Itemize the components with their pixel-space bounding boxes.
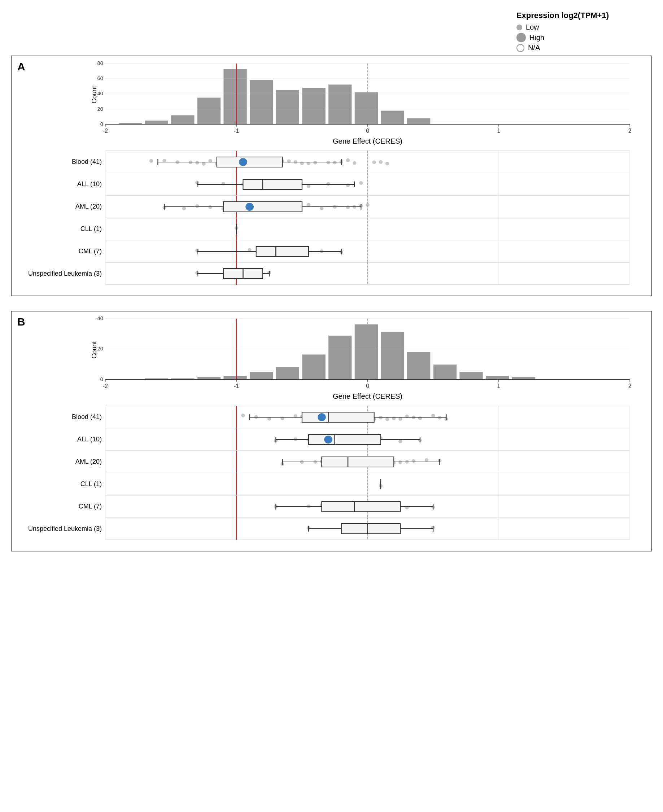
row-label: ALL (10) <box>21 435 102 443</box>
svg-rect-185 <box>250 372 273 380</box>
row-label: Blood (41) <box>21 158 102 166</box>
row-label: AML (20) <box>21 458 102 466</box>
svg-text:60: 60 <box>97 75 103 81</box>
na-dot-icon <box>516 44 524 52</box>
boxplot-row: CLL (1) <box>105 473 630 495</box>
legend-title: Expression log2(TPM+1) <box>516 11 609 20</box>
svg-text:80: 80 <box>97 60 103 66</box>
svg-rect-195 <box>512 377 535 379</box>
svg-point-68 <box>346 158 350 162</box>
svg-point-64 <box>313 160 317 164</box>
svg-point-42 <box>149 159 153 162</box>
panel-b: B Count40200-2-1012Gene Effect (CERES)Bl… <box>11 311 652 552</box>
svg-text:2: 2 <box>628 128 632 134</box>
svg-rect-275 <box>309 435 381 445</box>
legend-label-high: High <box>529 34 544 42</box>
svg-rect-340 <box>322 501 400 512</box>
row-label: Unspecified Leukemia (3) <box>21 270 102 278</box>
legend-item-low: Low <box>516 23 539 31</box>
boxplots-container: Blood (41)ALL (10)AML (20)CLL (1)CML (7)… <box>105 150 630 285</box>
legend-box: Expression log2(TPM+1) Low High N/A <box>516 11 609 52</box>
svg-point-247 <box>438 416 441 419</box>
svg-rect-11 <box>407 118 430 124</box>
svg-point-239 <box>379 416 383 419</box>
panel-a-label: A <box>17 61 25 73</box>
svg-text:0: 0 <box>100 377 103 382</box>
svg-point-111 <box>208 205 212 209</box>
svg-point-254 <box>317 413 326 422</box>
svg-rect-186 <box>276 367 299 380</box>
svg-point-121 <box>307 203 310 206</box>
svg-text:-2: -2 <box>103 383 108 389</box>
boxplot-row: CLL (1) <box>105 218 630 240</box>
svg-point-46 <box>195 160 199 164</box>
svg-rect-4 <box>223 69 247 124</box>
svg-point-303 <box>425 458 429 462</box>
svg-point-240 <box>385 417 389 421</box>
svg-point-95 <box>359 181 363 185</box>
histogram: Count806040200-2-1012 <box>105 63 630 136</box>
svg-rect-76 <box>217 157 283 167</box>
svg-text:2: 2 <box>628 383 632 389</box>
panel-b-label: B <box>17 316 25 328</box>
legend-item-high: High <box>516 33 544 42</box>
svg-rect-6 <box>276 90 299 125</box>
panel-a: A Count806040200-2-1012Gene Effect (CERE… <box>11 56 652 296</box>
svg-rect-7 <box>302 87 325 124</box>
svg-rect-355 <box>341 524 400 534</box>
svg-rect-189 <box>354 324 378 379</box>
svg-rect-190 <box>381 332 404 379</box>
boxplots-container: Blood (41)ALL (10)AML (20)CLL (1)CML (7)… <box>105 406 630 540</box>
svg-text:0: 0 <box>366 383 369 389</box>
svg-rect-5 <box>250 80 273 124</box>
row-label: AML (20) <box>21 203 102 210</box>
svg-point-127 <box>365 203 369 206</box>
svg-point-87 <box>222 181 225 185</box>
boxplot-row: AML (20) <box>105 450 630 473</box>
legend-label-na: N/A <box>528 44 540 52</box>
svg-rect-8 <box>328 84 352 125</box>
svg-text:1: 1 <box>497 383 500 389</box>
svg-rect-183 <box>197 377 220 379</box>
svg-rect-187 <box>302 354 325 380</box>
svg-point-71 <box>379 160 383 164</box>
svg-text:0: 0 <box>366 128 369 134</box>
svg-rect-192 <box>433 364 456 380</box>
histogram-y-label: Count <box>91 86 98 103</box>
boxplot-row: Unspecified Leukemia (3) <box>105 518 630 540</box>
svg-point-222 <box>241 414 245 417</box>
low-dot-icon <box>516 24 522 30</box>
svg-text:40: 40 <box>97 315 103 321</box>
svg-point-66 <box>333 160 336 164</box>
svg-point-70 <box>372 160 376 164</box>
svg-point-277 <box>324 435 333 444</box>
svg-point-243 <box>405 414 409 418</box>
boxplot-row: ALL (10) <box>105 173 630 195</box>
svg-rect-10 <box>381 110 404 124</box>
svg-rect-191 <box>407 352 430 380</box>
svg-text:1: 1 <box>497 128 500 134</box>
svg-rect-194 <box>485 376 509 379</box>
svg-rect-188 <box>328 336 352 380</box>
svg-text:-1: -1 <box>234 383 239 389</box>
row-label: CML (7) <box>21 247 102 255</box>
svg-point-65 <box>326 160 330 164</box>
svg-rect-99 <box>243 180 302 189</box>
boxplot-row: Blood (41) <box>105 150 630 173</box>
panel-a-chart: Count806040200-2-1012Gene Effect (CERES)… <box>19 63 644 285</box>
x-axis-label: Gene Effect (CERES) <box>105 137 630 146</box>
svg-rect-164 <box>256 246 309 257</box>
svg-rect-308 <box>322 457 394 467</box>
legend-area: Expression log2(TPM+1) Low High N/A <box>11 11 652 56</box>
svg-point-242 <box>398 417 402 421</box>
svg-rect-3 <box>197 97 220 124</box>
svg-text:-2: -2 <box>103 128 108 134</box>
svg-rect-131 <box>223 202 302 212</box>
svg-point-93 <box>326 182 330 186</box>
boxplot-row: ALL (10) <box>105 428 630 450</box>
svg-point-78 <box>239 158 247 167</box>
svg-point-92 <box>307 184 310 188</box>
boxplot-row: CML (7) <box>105 240 630 262</box>
x-axis-label: Gene Effect (CERES) <box>105 392 630 401</box>
row-label: CLL (1) <box>21 480 102 488</box>
